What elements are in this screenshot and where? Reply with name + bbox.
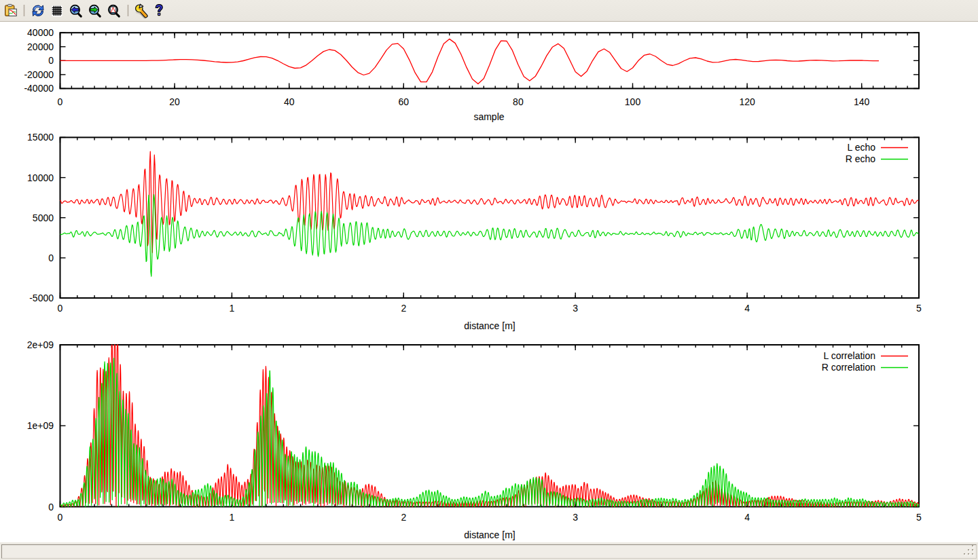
svg-text:15000: 15000: [27, 132, 54, 143]
svg-text:5: 5: [916, 512, 922, 523]
svg-text:-40000: -40000: [24, 83, 54, 94]
svg-text:1: 1: [230, 512, 235, 523]
svg-text:-5000: -5000: [29, 293, 54, 303]
svg-text:0: 0: [58, 512, 63, 523]
svg-text:0: 0: [48, 55, 54, 66]
svg-text:1: 1: [230, 303, 235, 314]
svg-text:3: 3: [573, 303, 578, 314]
svg-text:L echo: L echo: [847, 142, 875, 153]
svg-text:100: 100: [625, 96, 641, 107]
svg-text:1e+09: 1e+09: [27, 420, 54, 431]
svg-text:distance [m]: distance [m]: [464, 529, 515, 540]
svg-text:80: 80: [513, 96, 524, 107]
svg-text:0: 0: [58, 96, 63, 107]
svg-text:40000: 40000: [27, 27, 54, 38]
svg-text:distance [m]: distance [m]: [464, 320, 515, 331]
svg-text:140: 140: [854, 96, 870, 107]
svg-text:3: 3: [573, 512, 578, 523]
svg-text:40: 40: [284, 96, 295, 107]
svg-text:4: 4: [744, 303, 750, 314]
svg-text:R echo: R echo: [846, 153, 876, 164]
svg-text:20000: 20000: [27, 41, 54, 52]
svg-text:2: 2: [401, 512, 406, 523]
svg-text:5000: 5000: [33, 212, 54, 223]
svg-text:L correlation: L correlation: [823, 350, 875, 361]
svg-text:120: 120: [739, 96, 755, 107]
svg-text:sample: sample: [473, 111, 504, 122]
svg-text:2: 2: [401, 303, 406, 314]
svg-text:10000: 10000: [27, 172, 54, 183]
svg-text:2e+09: 2e+09: [27, 339, 54, 350]
svg-text:5: 5: [916, 303, 922, 314]
svg-text:20: 20: [169, 96, 180, 107]
svg-text:60: 60: [399, 96, 410, 107]
svg-text:R correlation: R correlation: [822, 362, 875, 373]
svg-text:-20000: -20000: [24, 69, 54, 80]
svg-text:4: 4: [744, 512, 750, 523]
svg-text:0: 0: [48, 502, 54, 512]
svg-text:0: 0: [58, 303, 63, 314]
svg-text:0: 0: [48, 253, 54, 263]
